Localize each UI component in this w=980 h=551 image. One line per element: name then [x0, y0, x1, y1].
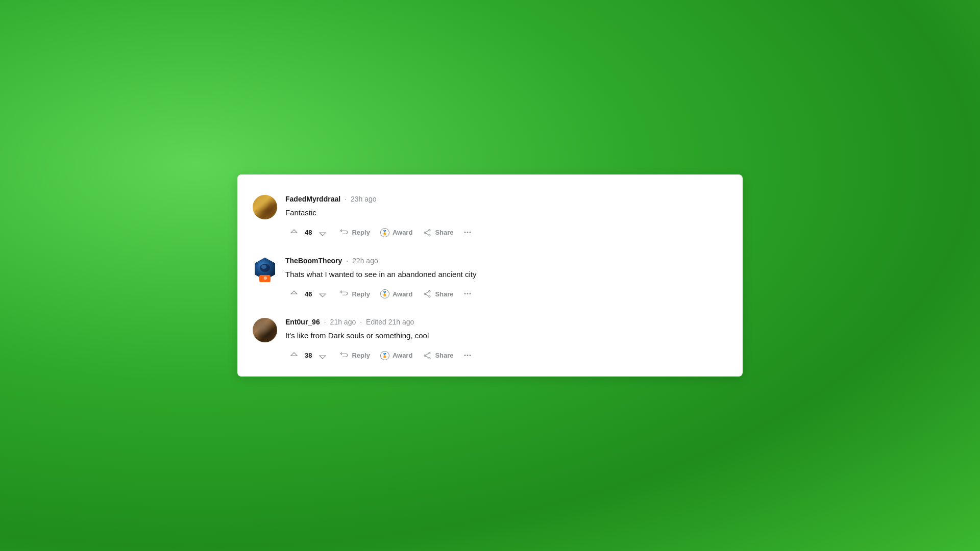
award-label-3: Award: [393, 352, 413, 359]
comment-2-header: TheBoomTheory · 22h ago: [285, 257, 727, 265]
avatar-container-2: ⚙: [253, 257, 277, 281]
downvote-button-2[interactable]: [314, 286, 331, 302]
reply-icon-2: [339, 289, 349, 298]
timestamp-2: 22h ago: [352, 257, 378, 265]
username-3: Ent0ur_96: [285, 318, 320, 326]
timestamp-3: 21h ago: [330, 318, 356, 326]
reply-icon-3: [339, 351, 349, 360]
upvote-icon-3: [289, 351, 299, 360]
svg-line-14: [426, 294, 429, 296]
svg-point-11: [424, 293, 426, 295]
user-flair-2: ⚙: [259, 275, 271, 282]
downvote-icon-3: [318, 351, 327, 360]
svg-point-12: [429, 296, 430, 297]
downvote-button-3[interactable]: [314, 348, 331, 363]
svg-line-4: [426, 233, 429, 235]
comment-card: FadedMyrddraal · 23h ago Fantastic 48: [237, 174, 743, 377]
svg-point-17: [429, 358, 430, 359]
vote-count-1: 48: [305, 229, 312, 236]
award-icon-3: 🏅: [380, 351, 389, 360]
comment-2-body: TheBoomTheory · 22h ago Thats what I wan…: [285, 257, 727, 302]
more-button-3[interactable]: ···: [460, 348, 476, 363]
comment-text-1: Fantastic: [285, 207, 727, 219]
svg-line-19: [426, 356, 429, 358]
vote-section-1: 48: [285, 225, 331, 240]
vote-section-3: 38: [285, 348, 331, 363]
svg-point-10: [429, 291, 430, 292]
comment-text-3: It's like from Dark souls or something, …: [285, 330, 727, 342]
username-1: FadedMyrddraal: [285, 195, 340, 203]
share-button-3[interactable]: Share: [419, 348, 457, 363]
comment-2: ⚙ TheBoomTheory · 22h ago Thats what I w…: [253, 248, 727, 310]
reply-label-3: Reply: [352, 352, 370, 359]
reply-button-2[interactable]: Reply: [335, 286, 374, 302]
timestamp-1: 23h ago: [351, 195, 377, 203]
comment-1-header: FadedMyrddraal · 23h ago: [285, 195, 727, 203]
avatar-entour96: [253, 318, 277, 342]
reply-label-2: Reply: [352, 290, 370, 298]
comment-3: Ent0ur_96 · 21h ago · Edited 21h ago It'…: [253, 310, 727, 371]
upvote-icon-2: [289, 289, 299, 298]
share-label-1: Share: [435, 229, 453, 236]
share-icon-3: [423, 351, 432, 360]
award-label-2: Award: [393, 290, 413, 298]
award-button-1[interactable]: 🏅 Award: [376, 225, 417, 240]
share-icon-1: [423, 228, 432, 237]
more-button-2[interactable]: ···: [460, 286, 476, 302]
comment-3-header: Ent0ur_96 · 21h ago · Edited 21h ago: [285, 318, 727, 326]
more-button-1[interactable]: ···: [460, 225, 476, 240]
share-label-2: Share: [435, 290, 453, 298]
award-label-1: Award: [393, 229, 413, 236]
share-button-1[interactable]: Share: [419, 225, 457, 240]
svg-point-9: [261, 265, 266, 269]
avatar-fadedmyrddraal: [253, 195, 277, 219]
share-label-3: Share: [435, 352, 453, 359]
svg-point-1: [424, 232, 426, 233]
comment-3-body: Ent0ur_96 · 21h ago · Edited 21h ago It'…: [285, 318, 727, 363]
downvote-button-1[interactable]: [314, 225, 331, 240]
share-icon-2: [423, 289, 432, 298]
upvote-icon-1: [289, 228, 299, 237]
comment-2-actions: 46 Reply 🏅 Award: [285, 286, 727, 302]
award-icon-2: 🏅: [380, 289, 389, 298]
upvote-button-1[interactable]: [285, 225, 303, 240]
svg-point-0: [429, 229, 430, 231]
svg-line-18: [426, 353, 429, 355]
reply-label-1: Reply: [352, 229, 370, 236]
username-2: TheBoomTheory: [285, 257, 342, 265]
svg-point-15: [429, 352, 430, 354]
downvote-icon-2: [318, 289, 327, 298]
award-button-3[interactable]: 🏅 Award: [376, 348, 417, 363]
award-icon-1: 🏅: [380, 228, 389, 237]
reply-button-1[interactable]: Reply: [335, 225, 374, 240]
svg-line-13: [426, 292, 429, 294]
comment-text-2: Thats what I wanted to see in an abandon…: [285, 269, 727, 281]
vote-count-3: 38: [305, 352, 312, 359]
comment-1-actions: 48 Reply 🏅 Award: [285, 225, 727, 240]
svg-line-3: [426, 230, 429, 232]
upvote-button-2[interactable]: [285, 286, 303, 302]
comment-3-actions: 38 Reply 🏅 Award: [285, 348, 727, 363]
reply-icon-1: [339, 228, 349, 237]
vote-section-2: 46: [285, 286, 331, 302]
svg-point-16: [424, 355, 426, 356]
edited-label-3: Edited 21h ago: [366, 318, 414, 326]
reply-button-3[interactable]: Reply: [335, 348, 374, 363]
comment-1-body: FadedMyrddraal · 23h ago Fantastic 48: [285, 195, 727, 240]
downvote-icon-1: [318, 228, 327, 237]
vote-count-2: 46: [305, 290, 312, 298]
svg-point-2: [429, 235, 430, 236]
upvote-button-3[interactable]: [285, 348, 303, 363]
comment-1: FadedMyrddraal · 23h ago Fantastic 48: [253, 187, 727, 248]
award-button-2[interactable]: 🏅 Award: [376, 286, 417, 302]
share-button-2[interactable]: Share: [419, 286, 457, 302]
